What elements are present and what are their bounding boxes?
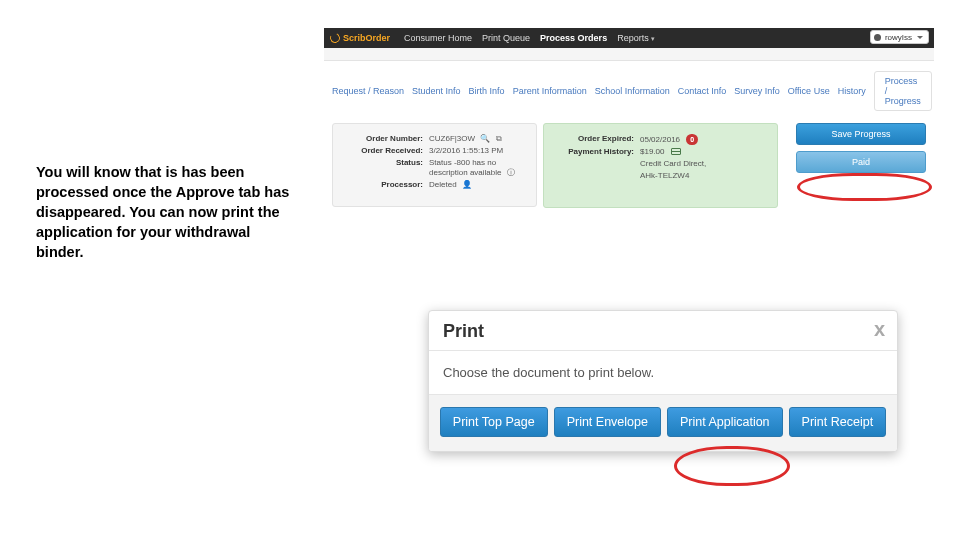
order-number-label: Order Number: [343, 134, 429, 144]
app-region: ScribOrder Consumer Home Print Queue Pro… [324, 28, 934, 208]
brand-name: ScribOrder [343, 33, 390, 43]
payment-history-label: Payment History: [554, 147, 640, 157]
nav-print-queue[interactable]: Print Queue [482, 33, 530, 43]
search-icon[interactable]: 🔍 [480, 134, 490, 144]
tab-contact-info[interactable]: Contact Info [678, 86, 727, 96]
tab-request-reason[interactable]: Request / Reason [332, 86, 404, 96]
paid-button[interactable]: Paid [796, 151, 926, 173]
annotation-circle-print-application [674, 446, 790, 486]
order-received-value: 3/2/2016 1:55:13 PM [429, 146, 526, 156]
tab-birth-info[interactable]: Birth Info [469, 86, 505, 96]
order-received-label: Order Received: [343, 146, 429, 156]
brand-swirl-icon [329, 32, 342, 45]
instruction-text: You will know that is has been processed… [36, 162, 298, 262]
print-envelope-button[interactable]: Print Envelope [554, 407, 661, 437]
payment-reference: AHk-TELZW4 [640, 171, 767, 181]
toolbar-strip [324, 48, 934, 61]
dialog-header: Print x [429, 311, 897, 350]
tab-school-information[interactable]: School Information [595, 86, 670, 96]
dialog-body: Choose the document to print below. [429, 350, 897, 395]
user-menu-button[interactable]: rowyIss [870, 30, 929, 44]
payment-panel: Order Expired: 05/02/2016 0 Payment Hist… [543, 123, 778, 208]
status-value: Status -800 has no description available [429, 158, 502, 177]
info-icon[interactable]: ⓘ [507, 168, 515, 178]
dialog-footer: Print Top Page Print Envelope Print Appl… [429, 395, 897, 451]
payment-amount: $19.00 [640, 147, 664, 156]
close-icon[interactable]: x [874, 319, 885, 339]
nav-consumer-home[interactable]: Consumer Home [404, 33, 472, 43]
copy-icon[interactable]: ⧉ [496, 134, 502, 144]
processor-label: Processor: [343, 180, 429, 190]
order-info-panel: Order Number: CUZ6F|3OW 🔍 ⧉ Order Receiv… [332, 123, 537, 207]
order-expired-value: 05/02/2016 [640, 135, 680, 144]
user-name: rowyIss [885, 33, 912, 42]
print-top-page-button[interactable]: Print Top Page [440, 407, 548, 437]
print-application-button[interactable]: Print Application [667, 407, 783, 437]
save-progress-button[interactable]: Save Progress [796, 123, 926, 145]
dialog-title: Print [443, 321, 484, 341]
top-nav-links: Consumer Home Print Queue Process Orders… [404, 33, 655, 43]
action-column: Save Progress Paid [796, 123, 926, 173]
nav-reports[interactable]: Reports▾ [617, 33, 655, 43]
payment-method: Credit Card Direct, [640, 159, 767, 169]
nav-reports-label: Reports [617, 33, 649, 43]
brand-logo[interactable]: ScribOrder [330, 33, 390, 43]
info-panels: Order Number: CUZ6F|3OW 🔍 ⧉ Order Receiv… [324, 123, 934, 208]
chevron-down-icon: ▾ [651, 35, 655, 42]
print-dialog: Print x Choose the document to print bel… [428, 310, 898, 452]
order-expired-label: Order Expired: [554, 134, 640, 145]
tab-history[interactable]: History [838, 86, 866, 96]
expired-badge: 0 [686, 134, 698, 145]
print-receipt-button[interactable]: Print Receipt [789, 407, 887, 437]
order-number-value: CUZ6F|3OW [429, 134, 475, 143]
status-label: Status: [343, 158, 429, 178]
credit-card-icon [671, 148, 681, 155]
top-navbar: ScribOrder Consumer Home Print Queue Pro… [324, 28, 934, 48]
process-progress-box[interactable]: Process / Progress [874, 71, 932, 111]
tab-survey-info[interactable]: Survey Info [734, 86, 780, 96]
nav-process-orders[interactable]: Process Orders [540, 33, 607, 43]
tab-student-info[interactable]: Student Info [412, 86, 461, 96]
user-icon: 👤 [462, 180, 472, 190]
processor-value: Deleted [429, 180, 457, 189]
section-tabs: Request / Reason Student Info Birth Info… [324, 61, 934, 123]
tab-parent-information[interactable]: Parent Information [513, 86, 587, 96]
tab-office-use[interactable]: Office Use [788, 86, 830, 96]
